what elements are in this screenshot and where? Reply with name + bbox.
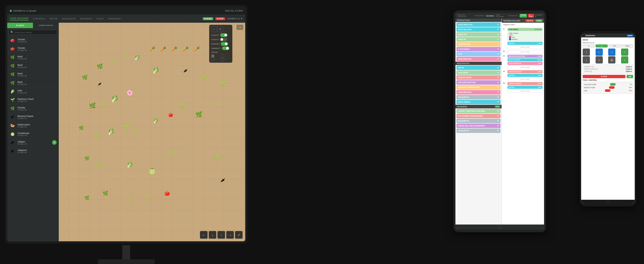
- regimen-send-message[interactable]: SEND MESSAGE1 PM: [507, 62, 543, 65]
- regimen-sow-seeds-1[interactable]: SOW SEEDS10:38 AM: [507, 28, 543, 31]
- map-plant[interactable]: 🌿: [79, 125, 84, 130]
- map-plant[interactable]: 🌿: [82, 75, 88, 80]
- move-x-minus-button[interactable]: ←: [596, 49, 603, 56]
- list-item[interactable]: 🌶 Banana Pepper 42 days old: [7, 113, 59, 121]
- go-button[interactable]: GO: [626, 75, 633, 78]
- seq-sow-seeds[interactable]: SOW SEEDS✕: [456, 70, 501, 75]
- regimen-water-5[interactable]: WATER1 PM: [507, 86, 543, 89]
- amount-1000[interactable]: 1,000: [621, 44, 633, 47]
- op-if-statement[interactable]: IF STATEMENT✕: [456, 47, 501, 51]
- plants-toggle[interactable]: [220, 33, 227, 37]
- search-input[interactable]: [14, 31, 55, 34]
- tablet-home-button[interactable]: [498, 225, 502, 229]
- seq-water[interactable]: WATER✕: [456, 66, 501, 70]
- map-plant[interactable]: 🌱: [97, 162, 103, 168]
- nav-right-button[interactable]: →: [226, 231, 234, 239]
- seq-measure-moisture[interactable]: MEASURE MOISTURE✕: [456, 80, 501, 85]
- op-send-message[interactable]: SEND MESSAGE✕: [456, 57, 501, 61]
- add-plant-button[interactable]: +: [52, 140, 57, 145]
- regimen-amend-soil[interactable]: AMEND SOIL FOR BLUEBERRIES✎: [456, 124, 501, 128]
- map-plant[interactable]: 🍈: [149, 168, 156, 175]
- tab-plants[interactable]: PLANTS: [7, 23, 33, 28]
- list-item[interactable]: 🍉 Watermelon 42 days old: [7, 121, 59, 130]
- map-plant[interactable]: 🌿: [84, 195, 89, 200]
- map-plant[interactable]: 🍅: [164, 190, 170, 196]
- map-plant[interactable]: 🥕: [193, 46, 200, 52]
- op-move-relative[interactable]: MOVE RELATIVE✕: [456, 27, 501, 32]
- origin-cell[interactable]: [221, 54, 224, 58]
- list-item[interactable]: 🍅 Tomato 42 days old: [7, 36, 59, 45]
- list-item[interactable]: 🌶 Jalapeno 42 days old: [7, 147, 59, 155]
- map-plant[interactable]: 🌱: [179, 103, 185, 109]
- map-plant[interactable]: 🌱: [112, 60, 117, 65]
- map-plant[interactable]: 🌱: [146, 195, 151, 200]
- tab-farm-events[interactable]: FARM EVENTS: [33, 23, 59, 28]
- regimen-remove-weeds-5[interactable]: REMOVE WEEDS9 AM: [507, 82, 543, 85]
- map-plant[interactable]: 🌶: [221, 177, 225, 183]
- map-plant[interactable]: 🌿: [195, 111, 202, 118]
- op-wait[interactable]: WAIT✕: [456, 52, 501, 56]
- nav-logo[interactable]: FARM DESIGNER: [10, 17, 29, 20]
- map-plant[interactable]: 🥬: [126, 162, 133, 168]
- zoom-out-button[interactable]: −: [211, 26, 217, 32]
- list-item[interactable]: 🍈 Cantaloupe 42 days old: [7, 130, 59, 138]
- map-plant[interactable]: 🌱: [214, 155, 221, 162]
- seq-heavy-water[interactable]: HEAVY WATER✕: [456, 100, 501, 104]
- map-plant[interactable]: 🌱: [201, 74, 207, 81]
- map-plant[interactable]: 🌱: [101, 103, 106, 109]
- amount-1[interactable]: 1: [583, 44, 595, 47]
- map-plant[interactable]: 🌱: [127, 199, 132, 204]
- map-plant[interactable]: 🌿: [97, 63, 103, 69]
- map-plant[interactable]: 🌶: [183, 68, 188, 73]
- map-plant[interactable]: 🥕: [149, 46, 155, 52]
- amount-100[interactable]: 100: [608, 44, 621, 47]
- move-y-minus-button[interactable]: ↑: [583, 49, 590, 56]
- delete-button[interactable]: DELETE: [525, 19, 535, 22]
- nav-farmware[interactable]: FARMWARE: [108, 18, 121, 20]
- seq-measure-ph[interactable]: MEASURE PH✕: [456, 95, 501, 99]
- map-plant[interactable]: 🥬: [107, 129, 114, 135]
- tablet-nav-sequences[interactable]: SEQUENCES: [475, 15, 485, 17]
- list-item[interactable]: 🌱 Rainbow Chard 42 days old: [7, 96, 59, 104]
- add-regimen-button[interactable]: ADD: [495, 106, 500, 108]
- points-toggle[interactable]: [220, 38, 227, 41]
- regimen-remove-weeds-4[interactable]: REMOVE WEEDS9 AM: [507, 70, 543, 73]
- map-plant[interactable]: 🥬: [152, 67, 159, 74]
- regimen-measure-ph[interactable]: MEASURE PH✎: [456, 119, 501, 123]
- tablet-estop-badge[interactable]: E-STOP: [528, 14, 534, 18]
- list-item[interactable]: 🥬 Kale 42 days old: [7, 87, 59, 96]
- list-item[interactable]: 🌿 Basil 42 days old: [7, 53, 59, 62]
- origin-cell[interactable]: [211, 58, 214, 61]
- list-item[interactable]: 🌿 Basil 42 days old: [7, 79, 59, 87]
- map-plant[interactable]: 🌸: [126, 90, 133, 96]
- tablet-nav-farm-designer[interactable]: FARM DESIGNER: [496, 14, 506, 17]
- move-center-button[interactable]: ◎: [608, 56, 615, 63]
- move-y-plus-button[interactable]: ↓: [583, 56, 590, 63]
- origin-cell[interactable]: [211, 54, 214, 58]
- move-z-down-button[interactable]: ↓: [621, 56, 628, 63]
- mobile-home-button[interactable]: [606, 200, 609, 203]
- tablet-account[interactable]: ACCOUNT ▼: [535, 14, 542, 17]
- farmbot-name[interactable]: FARMBOT XL ▼: [227, 18, 243, 20]
- regimen-cherry-tomatoes[interactable]: CHERRY TOMATOES FROM SEED✎: [456, 109, 501, 113]
- seq-measure-temperature[interactable]: MEASURE TEMPERATURE✕: [456, 85, 501, 90]
- estop-button[interactable]: E-STOP: [583, 75, 625, 78]
- farm-map[interactable]: 🌿 🌿 🌱 🌱 🥕 🥕 🥕 🥕 🥕 🥬 🌱 🥬 🌿 🌱: [59, 23, 245, 241]
- op-move-absolute[interactable]: MOVE ABSOLUTE✕: [456, 22, 501, 27]
- list-item[interactable]: 🌿 Basil 42 days old: [7, 70, 59, 79]
- map-plant[interactable]: 🌿: [89, 102, 96, 109]
- mobile-menu-icon[interactable]: ☰: [583, 34, 584, 37]
- spread-toggle[interactable]: [221, 42, 228, 46]
- move-x-plus-button[interactable]: →: [608, 49, 615, 56]
- nav-up-button[interactable]: ↑: [217, 231, 225, 239]
- nav-regimens[interactable]: REGIMENS: [80, 18, 92, 20]
- search-box[interactable]: 🔍: [9, 30, 57, 35]
- regimen-water-1pm[interactable]: WATER1 PM: [507, 42, 543, 45]
- map-plant[interactable]: 🥬: [111, 95, 118, 103]
- amount-10[interactable]: 10: [596, 44, 608, 47]
- move-home-button[interactable]: ⌂: [596, 56, 603, 63]
- op-write-pin[interactable]: WRITE PIN✕: [456, 32, 501, 37]
- farmbot-toggle[interactable]: [222, 46, 229, 50]
- map-plant[interactable]: 🥬: [153, 118, 158, 124]
- map-plant[interactable]: 🌱: [134, 129, 140, 135]
